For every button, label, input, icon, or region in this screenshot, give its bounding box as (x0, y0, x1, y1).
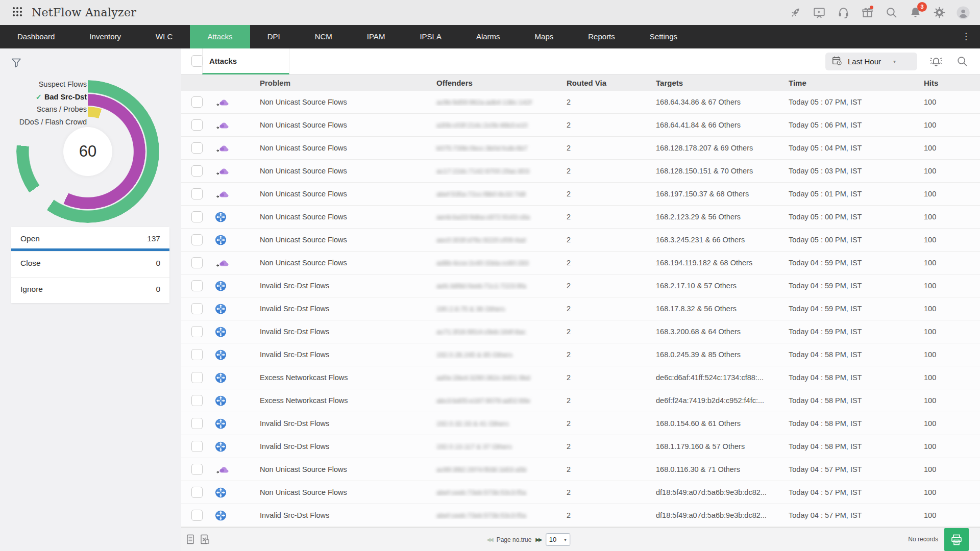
tab-attacks[interactable]: Attacks (202, 48, 289, 74)
nav-item-dpi[interactable]: DPI (250, 25, 298, 48)
legend-item-suspect-flows[interactable]: Suspect Flows (0, 78, 87, 91)
cell-time: Today 04 : 58 PM, IST (779, 396, 914, 405)
status-row-open[interactable]: Open137 (11, 227, 169, 251)
row-checkbox[interactable] (191, 418, 203, 429)
cell-targets: 168.64.34.86 & 67 Others (646, 98, 779, 106)
table-row[interactable]: Non Unicast Source Flowsa30b:c03f:214c:2… (181, 114, 980, 137)
gift-icon[interactable] (861, 6, 874, 19)
table-row[interactable]: Non Unicast Source Flowsb075:739b:0bcc:3… (181, 137, 980, 160)
table-row[interactable]: Non Unicast Source Flowsabef:535a:72cc:f… (181, 183, 980, 206)
alert-bell-icon[interactable] (929, 55, 943, 69)
nav-item-settings[interactable]: Settings (632, 25, 695, 48)
export-excel-icon[interactable] (200, 534, 209, 544)
row-checkbox[interactable] (191, 96, 203, 108)
presentation-icon[interactable] (813, 6, 826, 19)
first-page-icon[interactable]: ◀◀ (486, 537, 492, 542)
nav-item-ipsla[interactable]: IPSLA (402, 25, 459, 48)
headset-icon[interactable] (837, 6, 850, 19)
cell-targets: 168.194.119.182 & 68 Others (646, 259, 779, 267)
row-checkbox[interactable] (191, 142, 203, 154)
select-all-checkbox[interactable] (191, 55, 203, 67)
row-checkbox[interactable] (191, 395, 203, 406)
row-checkbox[interactable] (191, 234, 203, 245)
table-row[interactable]: Non Unicast Source Flowsaenb:ba33:9dba:c… (181, 206, 980, 229)
netflow-analyzer-app: NetFlow Analyzer 3 DashboardInventoryWLC… (0, 0, 980, 551)
table-row[interactable]: Non Unicast Source Flowsac9b:9d59:962a:a… (181, 91, 980, 114)
column-header-targets[interactable]: Targets (646, 79, 779, 87)
rocket-icon[interactable] (789, 6, 802, 19)
row-checkbox[interactable] (191, 165, 203, 177)
cell-time: Today 05 : 01 PM, IST (779, 190, 914, 198)
nav-item-alarms[interactable]: Alarms (459, 25, 518, 48)
row-checkbox[interactable] (191, 326, 203, 337)
filter-icon[interactable] (10, 57, 22, 69)
app-grid-icon[interactable] (11, 6, 24, 19)
page-label: Page no.true (497, 536, 532, 543)
cell-problem: Invalid Src-Dst Flows (246, 282, 429, 290)
cell-problem: Non Unicast Source Flows (246, 121, 429, 129)
column-header-hits[interactable]: Hits (914, 79, 980, 87)
print-button[interactable] (944, 528, 969, 551)
column-header-problem[interactable]: Problem (246, 79, 429, 87)
status-row-close[interactable]: Close0 (11, 251, 169, 277)
table-row[interactable]: Invalid Src-Dst Flows190.2.8.75 & 36 Oth… (181, 297, 980, 320)
avatar-icon[interactable] (957, 6, 970, 19)
legend-item-ddos-flash-crowd[interactable]: DDoS / Flash Crowd (0, 116, 87, 129)
nav-item-wlc[interactable]: WLC (138, 25, 190, 48)
table-row[interactable]: Non Unicast Source Flowsac99:3f82:2974:f… (181, 458, 980, 481)
nav-item-ipam[interactable]: IPAM (350, 25, 403, 48)
row-checkbox[interactable] (191, 487, 203, 498)
row-checkbox[interactable] (191, 464, 203, 475)
offenders-blurred-text: ac9b:9d59:962a:adb4:138c:142f (436, 98, 532, 106)
export-table-icon[interactable] (186, 534, 195, 544)
cell-offenders: 192.0.13.117 & 37 Others (429, 442, 557, 450)
status-row-ignore[interactable]: Ignore0 (11, 277, 169, 303)
time-range-dropdown[interactable]: Last Hour ▾ (825, 53, 917, 70)
column-header-routed-via[interactable]: Routed Via (557, 79, 646, 87)
nav-item-attacks[interactable]: Attacks (190, 25, 250, 48)
table-row[interactable]: Invalid Src-Dst Flows192.0.32.33 & 41 Ot… (181, 412, 980, 435)
row-checkbox[interactable] (191, 119, 203, 131)
cell-time: Today 04 : 57 PM, IST (779, 465, 914, 473)
table-search-icon[interactable] (955, 55, 970, 69)
legend-item-bad-src-dst[interactable]: ✓Bad Src-Dst (0, 91, 87, 104)
table-row[interactable]: Invalid Src-Dst Flowsac71:3f16:9914:c9eb… (181, 320, 980, 343)
bell-icon[interactable]: 3 (909, 6, 922, 19)
nav-item-reports[interactable]: Reports (571, 25, 632, 48)
nav-item-dashboard[interactable]: Dashboard (0, 25, 72, 48)
row-checkbox[interactable] (191, 441, 203, 452)
table-row[interactable]: Non Unicast Source Flowsac17:22dc:7142:6… (181, 160, 980, 183)
nav-more-icon[interactable]: ⋮ (958, 25, 975, 48)
row-checkbox[interactable] (191, 211, 203, 222)
row-checkbox[interactable] (191, 188, 203, 199)
nav-item-maps[interactable]: Maps (518, 25, 571, 48)
nav-item-ncm[interactable]: NCM (298, 25, 350, 48)
table-row[interactable]: Invalid Src-Dst Flowsabef:ceeb:73eb:573b… (181, 504, 980, 527)
search-icon[interactable] (885, 6, 898, 19)
legend-item-scans-probes[interactable]: Scans / Probes (0, 103, 87, 116)
row-checkbox[interactable] (191, 303, 203, 314)
row-checkbox[interactable] (191, 372, 203, 383)
gift-dot (870, 6, 873, 9)
gear-icon[interactable] (933, 6, 946, 19)
table-row[interactable]: Invalid Src-Dst Flowsaefc:b89d:0eeb:71c1… (181, 274, 980, 297)
row-checkbox[interactable] (191, 510, 203, 521)
row-checkbox[interactable] (191, 349, 203, 360)
nav-item-inventory[interactable]: Inventory (72, 25, 138, 48)
column-header-offenders[interactable]: Offenders (429, 79, 557, 87)
router-icon (206, 349, 246, 361)
table-row[interactable]: Non Unicast Source Flowsabef:ceeb:73eb:5… (181, 481, 980, 504)
cell-targets: 168.0.245.39 & 85 Others (646, 350, 779, 359)
table-row[interactable]: Excess Networkcast Flowsabc3:bd05:e187:9… (181, 389, 980, 412)
column-header-time[interactable]: Time (779, 79, 914, 87)
table-row[interactable]: Non Unicast Source Flowsaec0:303f:d76c:9… (181, 229, 980, 252)
next-page-icon[interactable]: ▶▶ (535, 537, 541, 542)
row-checkbox[interactable] (191, 257, 203, 268)
row-checkbox[interactable] (191, 280, 203, 291)
sidebar: 60 Suspect Flows✓Bad Src-DstScans / Prob… (0, 48, 181, 551)
table-row[interactable]: Non Unicast Source Flowsad8b:4cce:2c40:3… (181, 252, 980, 274)
table-row[interactable]: Excess Networkcast Flowsad0e:28e4:3290:3… (181, 366, 980, 389)
table-row[interactable]: Invalid Src-Dst Flows192.0.26.245 & 85 O… (181, 343, 980, 366)
page-size-select[interactable]: 10 ▾ (546, 533, 570, 546)
table-row[interactable]: Invalid Src-Dst Flows192.0.13.117 & 37 O… (181, 435, 980, 458)
